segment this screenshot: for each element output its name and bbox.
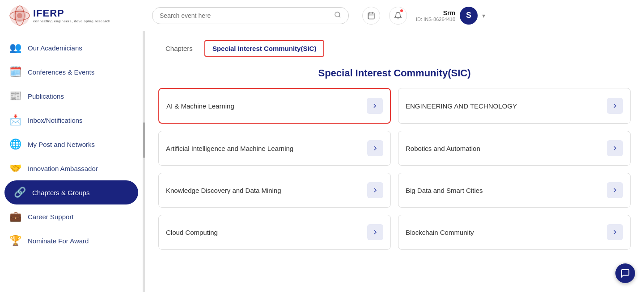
sidebar: 👥 Our Academicians 🗓️ Conferences & Even…	[0, 31, 143, 292]
conferences-events-icon: 🗓️	[9, 66, 21, 78]
chapters-groups-icon: 🔗	[13, 187, 26, 198]
card-ai-ml[interactable]: AI & Machine Learning	[158, 88, 391, 124]
knowledge-arrow	[367, 182, 383, 198]
blockchain-label: Blockchain Community	[406, 229, 474, 236]
search-box[interactable]	[152, 7, 349, 24]
user-info: Srm ID: INS-86264410	[416, 9, 455, 22]
ai-ml2-label: Artificial Intelligence and Machine Lear…	[166, 145, 293, 152]
scroll-handle	[143, 122, 145, 158]
robotics-label: Robotics and Automation	[406, 145, 480, 152]
tab-sic[interactable]: Special Interest Community(SIC)	[204, 40, 325, 57]
eng-tech-arrow	[607, 98, 623, 114]
card-blockchain[interactable]: Blockchain Community	[398, 215, 631, 250]
sidebar-item-nominate-award[interactable]: 🏆 Nominate For Award	[0, 229, 143, 253]
bigdata-label: Big Data and Smart Cities	[406, 187, 483, 194]
notification-dot	[400, 9, 403, 12]
sidebar-item-my-post-networks[interactable]: 🌐 My Post and Networks	[0, 132, 143, 156]
logo-area: IFERP connecting engineers, developing r…	[9, 5, 152, 26]
robotics-arrow	[607, 140, 623, 156]
content-area: ChaptersSpecial Interest Community(SIC) …	[145, 31, 644, 292]
user-menu-chevron[interactable]: ▾	[482, 12, 485, 19]
logo-icon	[9, 5, 30, 26]
sidebar-item-our-academicians[interactable]: 👥 Our Academicians	[0, 36, 143, 60]
sidebar-item-conferences-events[interactable]: 🗓️ Conferences & Events	[0, 60, 143, 84]
our-academicians-icon: 👥	[9, 42, 21, 54]
app-header: IFERP connecting engineers, developing r…	[0, 0, 644, 31]
bigdata-arrow	[607, 182, 623, 198]
ai-ml-label: AI & Machine Learning	[166, 102, 234, 110]
card-bigdata[interactable]: Big Data and Smart Cities	[398, 173, 631, 208]
user-id: ID: INS-86264410	[416, 17, 455, 22]
sidebar-item-career-support[interactable]: 💼 Career Support	[0, 204, 143, 229]
publications-label: Publications	[28, 92, 64, 100]
logo-text-group: IFERP connecting engineers, developing r…	[33, 8, 110, 23]
sidebar-item-inbox-notifications[interactable]: 📩 Inbox/Notifications	[0, 108, 143, 132]
sidebar-divider	[143, 31, 145, 292]
svg-line-6	[339, 16, 340, 17]
logo-sub: connecting engineers, developing researc…	[33, 19, 110, 23]
nominate-award-label: Nominate For Award	[28, 237, 89, 245]
card-cloud[interactable]: Cloud Computing	[158, 215, 391, 250]
tab-chapters[interactable]: Chapters	[158, 41, 200, 56]
search-area: Srm ID: INS-86264410 S ▾	[152, 7, 635, 25]
blockchain-arrow	[607, 224, 623, 240]
card-robotics[interactable]: Robotics and Automation	[398, 131, 631, 166]
calendar-button[interactable]	[362, 7, 380, 25]
user-name: Srm	[416, 9, 455, 17]
ai-ml-arrow	[367, 98, 383, 114]
our-academicians-label: Our Academicians	[28, 44, 82, 52]
publications-icon: 📰	[9, 90, 21, 102]
logo-text: IFERP	[33, 8, 64, 19]
my-post-networks-icon: 🌐	[9, 138, 21, 150]
sidebar-item-publications[interactable]: 📰 Publications	[0, 84, 143, 108]
career-support-label: Career Support	[28, 213, 74, 221]
innovation-ambassador-icon: 🤝	[9, 163, 21, 174]
header-icons	[362, 7, 407, 25]
svg-rect-7	[368, 13, 374, 19]
cloud-label: Cloud Computing	[166, 229, 218, 236]
chapters-groups-label: Chapters & Groups	[32, 189, 89, 196]
chat-button[interactable]	[615, 263, 635, 283]
svg-point-5	[335, 12, 340, 17]
search-icon	[334, 11, 341, 20]
eng-tech-label: ENGINEERING AND TECHNOLOGY	[406, 102, 517, 110]
career-support-icon: 💼	[9, 211, 21, 222]
tabs: ChaptersSpecial Interest Community(SIC)	[158, 40, 631, 57]
section-title: Special Interest Community(SIC)	[158, 67, 631, 79]
sidebar-item-chapters-groups[interactable]: 🔗 Chapters & Groups	[4, 180, 138, 204]
main-layout: 👥 Our Academicians 🗓️ Conferences & Even…	[0, 31, 644, 292]
svg-point-2	[17, 13, 22, 18]
conferences-events-label: Conferences & Events	[28, 68, 94, 76]
card-knowledge[interactable]: Knowledge Discovery and Data Mining	[158, 173, 391, 208]
inbox-notifications-icon: 📩	[9, 114, 21, 126]
my-post-networks-label: My Post and Networks	[28, 141, 95, 148]
card-eng-tech[interactable]: ENGINEERING AND TECHNOLOGY	[398, 88, 631, 124]
user-area: Srm ID: INS-86264410 S ▾	[416, 7, 485, 25]
search-input[interactable]	[160, 12, 330, 19]
notification-button[interactable]	[389, 7, 407, 25]
user-avatar[interactable]: S	[460, 7, 478, 25]
cloud-arrow	[367, 224, 383, 240]
knowledge-label: Knowledge Discovery and Data Mining	[166, 187, 281, 194]
innovation-ambassador-label: Innovation Ambassador	[28, 165, 98, 172]
inbox-notifications-label: Inbox/Notifications	[28, 117, 83, 124]
sidebar-item-innovation-ambassador[interactable]: 🤝 Innovation Ambassador	[0, 156, 143, 180]
card-ai-ml2[interactable]: Artificial Intelligence and Machine Lear…	[158, 131, 391, 166]
ai-ml2-arrow	[367, 140, 383, 156]
cards-grid: AI & Machine Learning ENGINEERING AND TE…	[158, 88, 631, 250]
nominate-award-icon: 🏆	[9, 235, 21, 246]
